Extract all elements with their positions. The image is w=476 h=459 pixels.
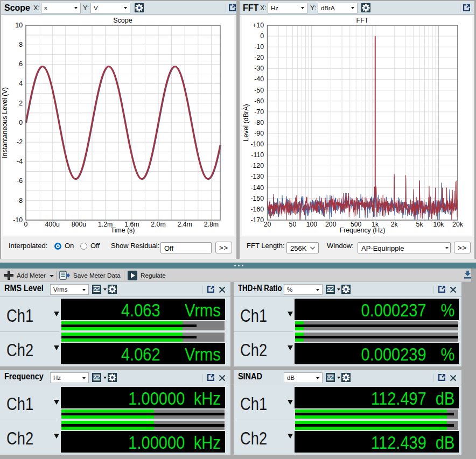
svg-text:Frequency (Hz): Frequency (Hz) [340, 227, 386, 234]
svg-text:10: 10 [15, 22, 23, 29]
svg-text:-40: -40 [254, 75, 264, 83]
svg-text:-140: -140 [250, 184, 264, 192]
svg-text:-170: -170 [250, 216, 264, 224]
svg-text:200: 200 [325, 221, 337, 228]
svg-text:-130: -130 [250, 173, 264, 180]
svg-text:Level (dBrA): Level (dBrA) [242, 104, 250, 141]
svg-text:FFT: FFT [356, 17, 369, 24]
svg-text:2.8m: 2.8m [204, 221, 219, 228]
svg-text:-6: -6 [17, 177, 23, 185]
svg-text:0: 0 [19, 119, 23, 126]
svg-text:2.4m: 2.4m [178, 221, 192, 228]
svg-text:+10: +10 [253, 22, 264, 29]
svg-text:Scope: Scope [113, 17, 132, 24]
svg-text:8: 8 [19, 41, 23, 48]
svg-text:-100: -100 [250, 140, 264, 148]
svg-text:20: 20 [264, 221, 271, 228]
svg-text:Time (s): Time (s) [111, 227, 135, 234]
svg-text:2k: 2k [391, 221, 398, 228]
svg-text:-150: -150 [250, 195, 264, 202]
svg-text:Instantaneous Level (V): Instantaneous Level (V) [1, 87, 9, 158]
svg-text:-80: -80 [254, 119, 264, 126]
svg-text:-120: -120 [250, 162, 264, 170]
svg-text:-10: -10 [13, 216, 23, 224]
svg-text:-90: -90 [254, 130, 264, 137]
svg-text:10k: 10k [433, 221, 445, 228]
svg-text:-2: -2 [17, 138, 23, 146]
svg-text:-70: -70 [254, 108, 264, 116]
svg-text:-160: -160 [250, 206, 264, 213]
svg-text:2.0m: 2.0m [151, 221, 165, 228]
svg-text:400u: 400u [45, 221, 60, 228]
svg-text:-20: -20 [254, 54, 264, 61]
svg-text:0: 0 [260, 32, 264, 40]
svg-text:-30: -30 [254, 65, 264, 72]
svg-text:20k: 20k [452, 221, 464, 228]
svg-text:6: 6 [19, 60, 23, 68]
svg-text:0: 0 [24, 221, 28, 228]
svg-text:-60: -60 [254, 97, 264, 105]
svg-text:-10: -10 [254, 43, 264, 51]
svg-text:4: 4 [19, 80, 23, 87]
svg-text:-8: -8 [17, 197, 23, 204]
svg-text:-4: -4 [17, 158, 23, 165]
svg-text:5k: 5k [416, 221, 424, 228]
svg-text:2: 2 [19, 100, 23, 107]
svg-text:-50: -50 [254, 87, 264, 94]
svg-text:100: 100 [306, 221, 318, 228]
svg-text:-110: -110 [251, 151, 264, 159]
svg-text:800u: 800u [72, 221, 87, 228]
svg-text:50: 50 [289, 221, 297, 228]
